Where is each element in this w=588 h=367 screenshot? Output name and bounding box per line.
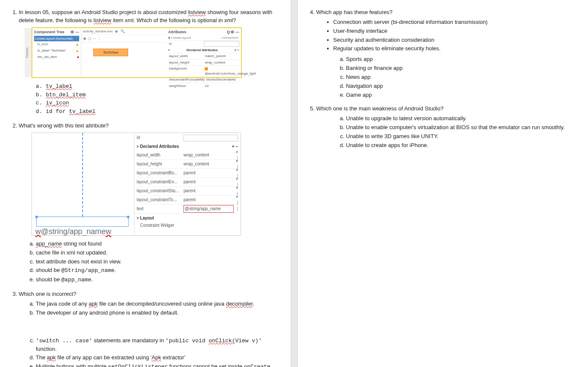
k: layout_constraintTo... bbox=[137, 197, 184, 203]
c1: 'switch ... case' bbox=[36, 338, 92, 344]
q4-opt: Game app bbox=[346, 91, 576, 99]
q1-text-a: In lesson 05, suppose an Android Studio … bbox=[19, 9, 188, 15]
t: . bbox=[253, 301, 255, 307]
q3-options: The java code of any apk file can be dec… bbox=[19, 300, 278, 317]
q5-options: Unable to upgrade to latest version auto… bbox=[316, 115, 576, 149]
q1-opt-a: tv_label bbox=[46, 83, 72, 90]
q4-text: Which app has these features? bbox=[316, 9, 393, 15]
q2-a-post: string not found bbox=[62, 240, 101, 247]
q2-a-pre: app_name bbox=[36, 240, 62, 247]
v: parent bbox=[184, 170, 234, 176]
e2: functions cannot be set inside bbox=[168, 363, 244, 367]
v: match_parent bbox=[204, 53, 239, 59]
q2-screenshot: w@string/app_namew id ▾ Declared Attribu… bbox=[32, 133, 241, 236]
d3: extractor' bbox=[161, 354, 185, 361]
q5-opt: Unable to upgrade to latest version auto… bbox=[346, 115, 576, 123]
q1-screenshot: Palette Component Tree✿ — LinearLayout (… bbox=[32, 27, 242, 78]
q2-e-pre: should be bbox=[36, 276, 61, 283]
v: parent bbox=[184, 197, 234, 203]
design-canvas: activity_listview.xml◉🔍 ◉ ▢ ↔ ⋮ TextView bbox=[81, 28, 167, 77]
question-2: What's wrong with this text attribute? w… bbox=[19, 122, 278, 284]
preview-text: w@string/app_namew bbox=[35, 226, 111, 237]
attr-icons: Q ✿ — bbox=[227, 29, 239, 35]
right-column: Which app has these features? Connection… bbox=[298, 0, 588, 367]
v: wrap_content bbox=[184, 161, 234, 168]
q1-listview-2: listview bbox=[94, 17, 112, 23]
v: wrap_content bbox=[184, 152, 234, 159]
tree-header: Component Tree bbox=[34, 29, 64, 35]
id-label: id bbox=[137, 135, 184, 142]
selection-box bbox=[36, 217, 129, 227]
question-1: In lesson 05, suppose an Android Studio … bbox=[19, 9, 278, 116]
q4-opt: Banking or finance app bbox=[346, 64, 576, 72]
q5-opt: Unable to create apps for iPhone. bbox=[346, 142, 576, 150]
k: layout_height bbox=[168, 60, 204, 66]
attributes-panel: AttributesQ ✿ — ● LinearLayout <unnamed>… bbox=[166, 28, 241, 77]
q3-options-cont: 'switch ... case' statements are mandato… bbox=[19, 337, 278, 367]
q5-text: Which one is the main weakness of Androi… bbox=[316, 105, 444, 112]
k: weightSum bbox=[168, 83, 204, 89]
canvas-toolbar: ◉ ▢ ↔ ⋮ bbox=[81, 35, 166, 43]
attr-unnamed: <unnamed> bbox=[221, 35, 239, 40]
component-tree: Component Tree✿ — LinearLayout (horizont… bbox=[32, 28, 81, 77]
q4-opt: Navigation app bbox=[346, 82, 576, 90]
attr-linearlayout: LinearLayout bbox=[171, 36, 191, 40]
e1: Multiple buttons with multiple bbox=[36, 363, 108, 367]
text-value-highlight: @string/app_name bbox=[184, 205, 234, 213]
q1-text-c: item xml. Which of the following is opti… bbox=[112, 17, 236, 23]
k: background bbox=[168, 66, 204, 76]
question-5: Which one is the main weakness of Androi… bbox=[316, 105, 576, 149]
zoom-icon: 🔍 bbox=[120, 29, 125, 34]
color-swatch bbox=[205, 67, 208, 70]
question-3: Which one is incorrect? The java code of… bbox=[19, 290, 278, 367]
v: @android:color/holo_orange_light bbox=[204, 66, 257, 76]
q4-opt: News app bbox=[346, 73, 576, 81]
q1-opt-b: btn_del_item bbox=[46, 92, 86, 98]
k: layout_constraintSta... bbox=[137, 188, 184, 194]
q2-text: What's wrong with this text attribute? bbox=[19, 122, 109, 129]
palette-tab: Palette bbox=[25, 28, 32, 77]
t: The java code of any bbox=[36, 301, 89, 307]
id-value bbox=[184, 135, 238, 142]
c2: statements are mandatory in bbox=[92, 337, 166, 344]
q5-opt: Unable to enable computer's virtualizati… bbox=[346, 124, 576, 132]
q2-d-code: @String/app_name bbox=[61, 267, 115, 274]
q1-listview-1: listview bbox=[188, 9, 206, 15]
declared-attrs: Declared Attributes bbox=[186, 48, 218, 53]
q4-bullet: User-friendly interface bbox=[333, 27, 576, 35]
layout-section: Layout bbox=[140, 216, 154, 220]
flag-icon: | bbox=[234, 206, 238, 212]
bg-val: @android:color/holo_orange_light bbox=[205, 72, 256, 75]
q2-options: app_name string not found cache file in … bbox=[19, 240, 278, 284]
tree-tv-label: tv_label "TextView" bbox=[37, 48, 66, 54]
tree-gear-icon: ✿ — bbox=[71, 29, 79, 35]
apk: apk bbox=[47, 354, 56, 361]
v: parent bbox=[184, 188, 234, 194]
q2-b: cache file in xml not updated. bbox=[36, 249, 278, 257]
constraint-widget: Constraint Widget bbox=[137, 222, 238, 229]
q4-options: Sports app Banking or finance app News a… bbox=[316, 55, 576, 99]
q2-e-code: @app_name bbox=[61, 277, 91, 283]
q3-b: The developer of any android phone is en… bbox=[36, 309, 278, 317]
c3: 'public void bbox=[166, 338, 209, 344]
k: text bbox=[137, 206, 184, 212]
d1: The bbox=[36, 354, 47, 361]
attributes-panel: id ▾ Declared Attributes+ − layout_width… bbox=[134, 133, 241, 235]
warn-icon: ▲ bbox=[75, 42, 79, 47]
plus-minus: + − bbox=[234, 48, 239, 53]
onclick: onClick( bbox=[209, 338, 235, 344]
declared-attrs: Declared Attributes bbox=[140, 144, 179, 149]
oncreate: onCreate bbox=[244, 364, 270, 367]
dropdown-icon: ▾ | bbox=[234, 194, 238, 206]
v: blocksDescendants bbox=[206, 77, 239, 83]
q2-c: text attribute does not exist in view. bbox=[36, 258, 278, 266]
q4-features: Connection with server (bi-directional i… bbox=[316, 18, 576, 53]
q5-opt: Unable to write 3D games like UNITY. bbox=[346, 133, 576, 141]
q4-opt: Sports app bbox=[346, 55, 576, 64]
design-preview: w@string/app_namew bbox=[32, 133, 135, 235]
apk: apk bbox=[89, 301, 98, 307]
page-divider bbox=[291, 0, 298, 367]
d2: file of any app can be extracted using ' bbox=[56, 354, 152, 361]
k: layout_constraintEn... bbox=[137, 179, 184, 185]
q1-opt-d-name: tv_label bbox=[69, 108, 95, 115]
